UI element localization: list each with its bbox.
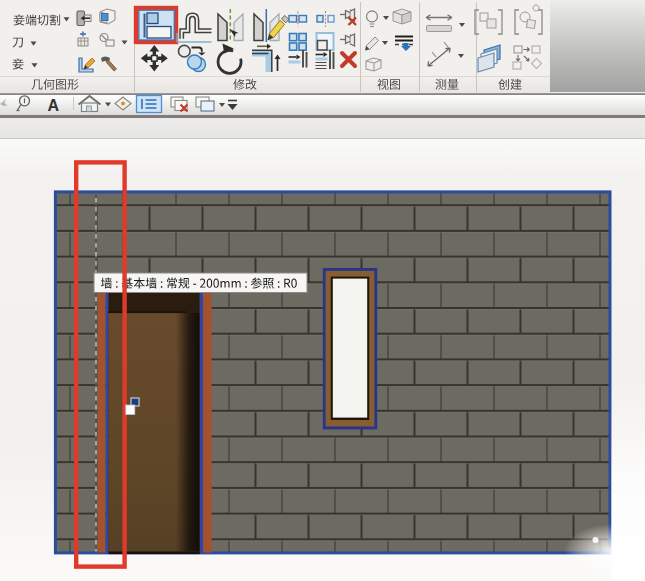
svg-text:A: A <box>48 97 60 114</box>
